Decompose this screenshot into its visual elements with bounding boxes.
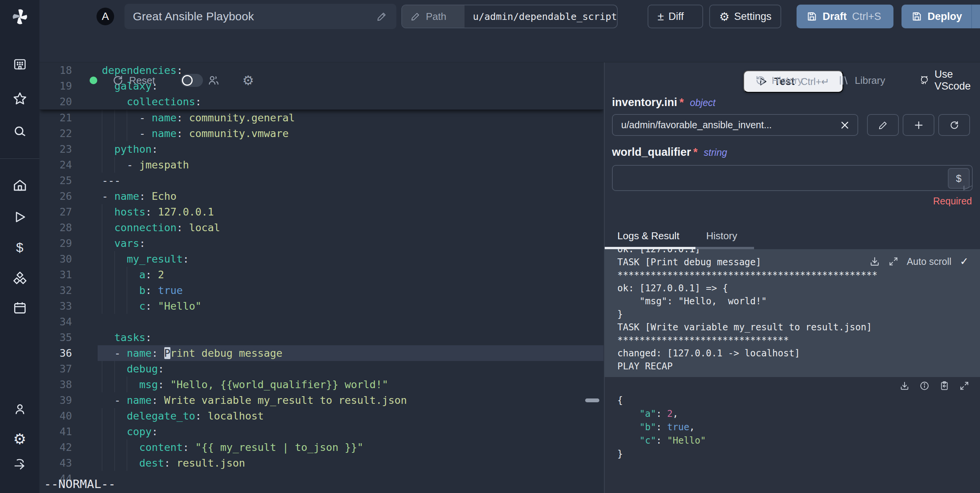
- code-token: vars: [115, 237, 139, 249]
- panel-resize-handle[interactable]: [585, 398, 599, 402]
- draft-button[interactable]: Draft Ctrl+S: [797, 5, 893, 28]
- refresh-resource-button[interactable]: [938, 114, 970, 136]
- search-icon[interactable]: [13, 125, 27, 139]
- code-line[interactable]: 40 delegate_to: localhost: [39, 408, 604, 424]
- add-resource-button[interactable]: [903, 114, 934, 136]
- resources-cubes-icon[interactable]: [12, 271, 28, 286]
- code-line[interactable]: 23 python:: [39, 141, 604, 157]
- code-line[interactable]: 34: [39, 314, 604, 330]
- logs-pane[interactable]: ok: [127.0.0.1]TASK [Print debug message…: [605, 249, 980, 377]
- code-token: {: [617, 395, 623, 406]
- edit-resource-button[interactable]: [867, 114, 899, 136]
- diff-icon: ±: [658, 10, 664, 23]
- code-token: :: [177, 222, 189, 233]
- diff-mode-toggle[interactable]: [181, 74, 203, 87]
- code-line[interactable]: 25---: [39, 173, 604, 188]
- editor-lines-area[interactable]: 21 - name: community.general22 - name: c…: [39, 110, 604, 486]
- tab-history[interactable]: History: [706, 230, 737, 242]
- code-line[interactable]: 26- name: Echo: [39, 188, 604, 204]
- refresh-icon: [949, 120, 959, 130]
- code-line[interactable]: 39 - name: Write variable my_result to r…: [39, 392, 604, 408]
- settings-gear-icon[interactable]: ⚙: [13, 431, 26, 447]
- code-line[interactable]: 21 - name: community.general: [39, 110, 604, 126]
- code-line[interactable]: 42 content: "{{ my_result | to_json }}": [39, 439, 604, 455]
- info-icon[interactable]: [919, 381, 929, 391]
- code-line[interactable]: 38 msg: "Hello, {{world_qualifier}} worl…: [39, 377, 604, 392]
- account-user-icon[interactable]: [13, 403, 26, 416]
- code-line[interactable]: 27 hosts: 127.0.0.1: [39, 204, 604, 220]
- code-line[interactable]: 35 tasks:: [39, 330, 604, 345]
- code-token: "a": [640, 408, 656, 419]
- reset-button[interactable]: Reset: [112, 70, 155, 90]
- code-line[interactable]: 41 copy:: [39, 424, 604, 439]
- code-line[interactable]: 33 c: "Hello": [39, 298, 604, 314]
- log-line: ok: [127.0.0.1]: [617, 249, 976, 256]
- editor-lines[interactable]: 21 - name: community.general22 - name: c…: [39, 110, 604, 486]
- history-button[interactable]: History: [755, 70, 803, 90]
- code-line[interactable]: 44: [39, 471, 604, 486]
- clear-x-icon[interactable]: [832, 120, 857, 130]
- code-token: [102, 457, 139, 469]
- code-editor[interactable]: 21 - name: community.general22 - name: c…: [39, 62, 604, 493]
- code-line[interactable]: 29 vars:: [39, 235, 604, 251]
- home-icon[interactable]: [13, 178, 27, 193]
- code-token: b: [139, 284, 146, 296]
- deploy-dropdown-chevron[interactable]: [971, 5, 980, 28]
- inventory-resource-input[interactable]: u/admin/favorable_ansible_invent...: [612, 114, 858, 136]
- edit-title-pencil-icon[interactable]: [376, 11, 387, 22]
- logout-icon[interactable]: [13, 458, 26, 471]
- line-number: 30: [39, 251, 72, 267]
- code-line[interactable]: 36 - name: Print debug message: [39, 345, 604, 361]
- expand-result-icon[interactable]: [959, 381, 969, 391]
- arg-inventory-label: inventory.ini * object: [612, 96, 715, 109]
- windmill-logo-icon[interactable]: [10, 7, 30, 27]
- workspace-icon[interactable]: [13, 57, 27, 71]
- variable-picker-button[interactable]: $: [948, 168, 970, 189]
- required-error-text: Required: [933, 196, 972, 207]
- variables-dollar-icon[interactable]: $: [16, 240, 23, 255]
- line-number: 26: [39, 188, 72, 204]
- download-logs-icon[interactable]: [869, 256, 880, 267]
- line-number: 25: [39, 173, 72, 188]
- code-line[interactable]: 20 collections:: [39, 94, 604, 109]
- code-token: [617, 408, 640, 419]
- code-line[interactable]: 30 my_result:: [39, 251, 604, 267]
- library-button[interactable]: Library: [838, 70, 885, 90]
- settings-button[interactable]: ⚙ Settings: [709, 5, 781, 28]
- code-line[interactable]: 43 dest: result.json: [39, 455, 604, 471]
- line-number: 33: [39, 298, 72, 314]
- code-token: ---: [102, 175, 121, 186]
- schedules-calendar-icon[interactable]: [13, 301, 27, 315]
- log-line: changed: [127.0.0.1 -> localhost]: [617, 347, 976, 360]
- reset-label: Reset: [129, 75, 155, 87]
- diff-button[interactable]: ± Diff: [648, 5, 703, 28]
- diff-button-label: Diff: [668, 11, 684, 23]
- code-line[interactable]: 37 debug:: [39, 361, 604, 377]
- path-control[interactable]: Path u/admin/dependable_script: [401, 5, 618, 28]
- script-title-input[interactable]: Great Ansible Playbook: [124, 4, 396, 29]
- download-result-icon[interactable]: [900, 381, 910, 391]
- line-number: 34: [39, 314, 72, 330]
- json-line: "c": "Hello": [617, 434, 706, 447]
- code-token: my_result: [127, 253, 183, 265]
- code-line[interactable]: 28 connection: local: [39, 220, 604, 235]
- collaborators-icon[interactable]: [208, 74, 220, 87]
- copy-clipboard-icon[interactable]: [939, 381, 949, 391]
- editor-settings-gear-icon[interactable]: ⚙: [242, 73, 254, 88]
- line-number: 27: [39, 204, 72, 220]
- code-line[interactable]: 24 - jmespath: [39, 157, 604, 173]
- deploy-button[interactable]: Deploy: [901, 5, 980, 28]
- code-line[interactable]: 31 a: 2: [39, 267, 604, 282]
- result-pane[interactable]: { "a": 2, "b": true, "c": "Hello"}: [605, 377, 980, 493]
- code-line[interactable]: 22 - name: community.vmware: [39, 126, 604, 141]
- expand-logs-icon[interactable]: [888, 256, 898, 266]
- tab-logs-result[interactable]: Logs & Result: [617, 230, 679, 242]
- autoscroll-check-icon[interactable]: ✓: [960, 255, 969, 268]
- code-line[interactable]: 32 b: true: [39, 282, 604, 298]
- autoscroll-label[interactable]: Auto scroll: [907, 256, 952, 267]
- favorites-star-icon[interactable]: [13, 91, 27, 106]
- runs-play-icon[interactable]: [13, 210, 27, 224]
- use-vscode-button[interactable]: Use VScode: [919, 70, 980, 90]
- world-qualifier-textarea[interactable]: $: [612, 165, 973, 191]
- code-token: jmespath: [139, 159, 189, 171]
